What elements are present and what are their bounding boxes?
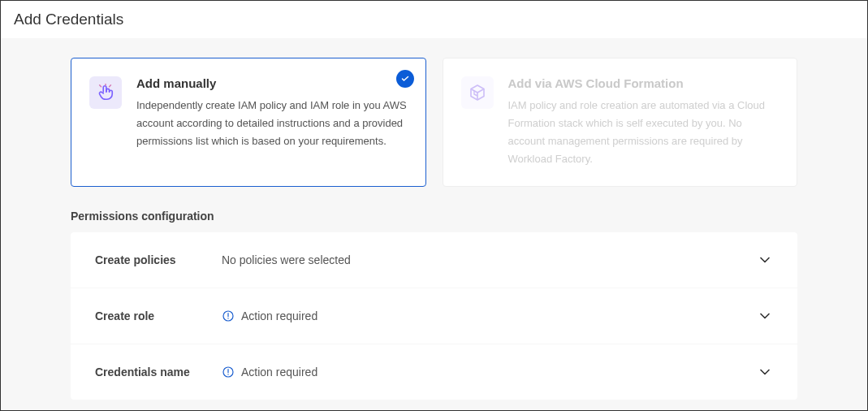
- chevron-down-icon: [757, 252, 773, 268]
- option-cloud-description: IAM policy and role creation are automat…: [508, 97, 779, 168]
- manual-icon-box: [89, 76, 122, 109]
- page-title: Add Credentials: [14, 11, 854, 28]
- cloud-icon-box: [461, 76, 494, 109]
- row-create-policies[interactable]: Create policies No policies were selecte…: [71, 232, 797, 288]
- section-label: Permissions configuration: [71, 210, 797, 223]
- page-header: Add Credentials: [1, 1, 867, 38]
- cube-icon: [468, 83, 487, 102]
- svg-point-3: [227, 374, 228, 375]
- chevron-down-icon: [757, 308, 773, 324]
- row-create-role[interactable]: Create role Action required: [71, 288, 797, 344]
- selected-check-icon: [396, 70, 414, 88]
- row-credentials-value: Action required: [222, 366, 757, 379]
- row-role-label: Create role: [95, 309, 222, 322]
- svg-point-1: [227, 318, 228, 319]
- config-list: Create policies No policies were selecte…: [71, 232, 797, 400]
- row-credentials-name[interactable]: Credentials name Action required: [71, 344, 797, 400]
- option-cloud-title: Add via AWS Cloud Formation: [508, 76, 779, 90]
- alert-circle-icon: [222, 366, 235, 379]
- options-row: Add manually Independently create IAM po…: [71, 58, 797, 187]
- row-credentials-label: Credentials name: [95, 366, 222, 379]
- option-add-manually[interactable]: Add manually Independently create IAM po…: [71, 58, 426, 187]
- option-add-via-cloudformation[interactable]: Add via AWS Cloud Formation IAM policy a…: [443, 58, 798, 187]
- option-manual-title: Add manually: [136, 76, 408, 90]
- row-role-value: Action required: [222, 309, 757, 322]
- content-area: Add manually Independently create IAM po…: [1, 38, 867, 411]
- pointer-icon: [97, 84, 114, 102]
- option-manual-description: Independently create IAM policy and IAM …: [136, 97, 408, 150]
- row-policies-value: No policies were selected: [222, 253, 757, 266]
- alert-circle-icon: [222, 309, 235, 322]
- row-policies-label: Create policies: [95, 253, 222, 266]
- chevron-down-icon: [757, 364, 773, 380]
